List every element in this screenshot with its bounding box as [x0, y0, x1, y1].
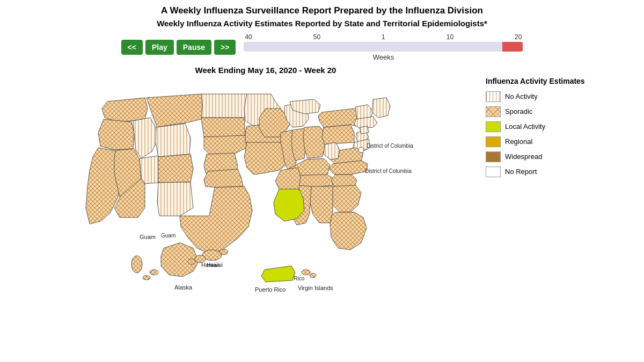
guam-inset: [131, 256, 142, 273]
slider-current-position: [502, 42, 523, 52]
alaska-island2: [143, 276, 150, 280]
state-ok: [204, 169, 243, 187]
hawaii-label: Hawaii: [201, 262, 219, 268]
label-sporadic: Sporadic: [505, 107, 532, 115]
swatch-sporadic: [486, 106, 501, 117]
swatch-no-activity: [486, 91, 501, 102]
state-wa: [102, 98, 148, 122]
puerto-rico-inset: [261, 266, 295, 282]
state-me: [372, 98, 390, 118]
state-fl: [330, 212, 367, 250]
map-wrapper: Guam Hawaii Alaska Puerto Rico Virgin Is…: [56, 79, 475, 283]
week-label-10: 10: [447, 33, 453, 41]
label-guam: Guam: [161, 233, 175, 238]
back-button[interactable]: <<: [121, 40, 143, 55]
legend-item-sporadic: Sporadic: [486, 106, 588, 117]
legend-section: Influenza Activity Estimates No Activity…: [480, 76, 588, 177]
forward-button[interactable]: >>: [214, 40, 236, 55]
state-mo: [244, 142, 287, 175]
week-label-20: 20: [515, 33, 522, 41]
title-main: A Weekly Influenza Surveillance Report P…: [11, 5, 633, 16]
virgin-islands-label: Virgin Islands: [298, 285, 333, 291]
timeline-section: 40 50 1 10 20 Weeks: [244, 33, 523, 61]
virgin-islands-inset2: [310, 273, 316, 278]
virgin-islands-inset: [302, 270, 310, 275]
guam-label: Guam: [140, 234, 156, 240]
state-mt: [147, 94, 204, 127]
state-ne: [204, 135, 247, 154]
state-nd: [201, 94, 247, 118]
week-label-40: 40: [245, 33, 252, 41]
header-section: A Weekly Influenza Surveillance Report P…: [11, 5, 633, 29]
state-id: [133, 118, 157, 158]
state-ct-ri: [360, 126, 369, 134]
weeks-label: Weeks: [373, 53, 394, 61]
state-wv: [324, 142, 340, 160]
state-wy: [156, 124, 191, 157]
legend-items: No Activity Sporadic Local Activity Regi…: [486, 91, 588, 177]
legend-title: Influenza Activity Estimates: [486, 76, 588, 86]
state-ga: [329, 185, 361, 212]
hawaii-3: [188, 259, 195, 264]
state-pa: [322, 125, 354, 144]
slider-track[interactable]: [244, 42, 523, 52]
week-labels: 40 50 1 10 20: [244, 33, 523, 41]
state-ut: [140, 156, 158, 184]
alaska-label: Alaska: [174, 284, 192, 291]
btn-group: << Play Pause >>: [121, 40, 236, 55]
page-container: A Weekly Influenza Surveillance Report P…: [0, 0, 644, 362]
play-button[interactable]: Play: [145, 40, 174, 55]
puerto-rico-label: Puerto Rico: [255, 286, 286, 293]
label-regional: Regional: [505, 137, 532, 146]
week-label-1: 1: [382, 33, 385, 41]
state-dc: [358, 147, 364, 153]
swatch-regional: [486, 136, 501, 147]
label-no-report: No Report: [505, 168, 537, 176]
label-widespread: Widespread: [505, 153, 542, 161]
legend-item-regional: Regional: [486, 136, 588, 147]
state-nm: [157, 182, 193, 216]
swatch-local: [486, 121, 501, 132]
map-title: Week Ending May 16, 2020 - Week 20: [56, 66, 475, 75]
hawaii-4: [219, 249, 228, 255]
legend-item-no-report: No Report: [486, 166, 588, 177]
map-section: Week Ending May 16, 2020 - Week 20: [56, 66, 475, 283]
state-or: [98, 119, 134, 150]
week-label-50: 50: [313, 33, 320, 41]
legend-item-no-activity: No Activity: [486, 91, 588, 102]
label-local: Local Activity: [505, 122, 545, 131]
title-sub: Weekly Influenza Activity Estimates Repo…: [11, 18, 633, 29]
alaska-island1: [150, 270, 158, 275]
swatch-widespread: [486, 151, 501, 162]
state-al: [310, 186, 333, 223]
pause-button[interactable]: Pause: [177, 40, 211, 55]
label-no-activity: No Activity: [505, 92, 538, 100]
label-dc: District of Columbia: [367, 143, 413, 149]
us-map-svg: Guam Hawaii Alaska Puerto Rico Virgin Is…: [56, 79, 475, 283]
state-ar: [275, 168, 301, 191]
controls-row: << Play Pause >> 40 50 1 10 20 Weeks: [11, 33, 633, 61]
legend-item-local: Local Activity: [486, 121, 588, 132]
state-sd: [201, 118, 245, 137]
swatch-no-report: [486, 166, 501, 177]
legend-item-widespread: Widespread: [486, 151, 588, 162]
state-oh: [303, 126, 326, 158]
state-co: [156, 154, 193, 183]
main-content: Week Ending May 16, 2020 - Week 20: [11, 66, 633, 283]
dc-label: District of Columbia: [365, 168, 412, 174]
